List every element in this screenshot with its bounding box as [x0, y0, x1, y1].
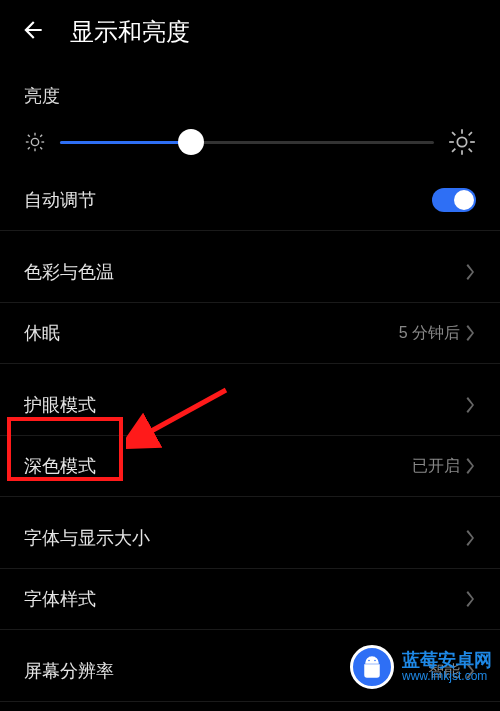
svg-line-4: [40, 147, 42, 149]
back-icon[interactable]: [20, 17, 46, 47]
svg-line-12: [452, 132, 455, 135]
item-label: 字体样式: [24, 587, 96, 611]
item-label: 深色模式: [24, 454, 96, 478]
chevron-right-icon: [466, 325, 476, 341]
chevron-right-icon: [466, 264, 476, 280]
brightness-slider[interactable]: [60, 130, 434, 154]
font-display-size-row[interactable]: 字体与显示大小: [0, 508, 500, 569]
svg-line-7: [28, 147, 30, 149]
item-label: 休眠: [24, 321, 60, 345]
svg-point-20: [374, 660, 376, 662]
dark-mode-row[interactable]: 深色模式 已开启: [0, 436, 500, 496]
brightness-label: 亮度: [0, 66, 500, 114]
sleep-row[interactable]: 休眠 5 分钟后: [0, 303, 500, 363]
auto-brightness-row: 自动调节: [0, 170, 500, 230]
chevron-right-icon: [466, 458, 476, 474]
svg-line-16: [452, 149, 455, 152]
sun-bright-icon: [448, 128, 476, 156]
item-value: 5 分钟后: [399, 323, 460, 344]
auto-brightness-label: 自动调节: [24, 188, 96, 212]
svg-line-17: [469, 132, 472, 135]
auto-brightness-toggle[interactable]: [432, 188, 476, 212]
sun-dim-icon: [24, 131, 46, 153]
brightness-slider-row: [0, 114, 500, 170]
chevron-right-icon: [466, 530, 476, 546]
item-label: 色彩与色温: [24, 260, 114, 284]
color-temperature-row[interactable]: 色彩与色温: [0, 242, 500, 303]
item-label: 护眼模式: [24, 393, 96, 417]
page-title: 显示和亮度: [70, 16, 190, 48]
header: 显示和亮度: [0, 0, 500, 66]
font-style-row[interactable]: 字体样式: [0, 569, 500, 629]
watermark: 蓝莓安卓网 www.lmkjst.com: [350, 645, 492, 689]
item-label: 屏幕分辨率: [24, 659, 114, 683]
watermark-url: www.lmkjst.com: [402, 670, 492, 683]
svg-point-9: [457, 137, 466, 146]
chevron-right-icon: [466, 591, 476, 607]
item-value: 已开启: [412, 456, 460, 477]
svg-point-19: [368, 660, 370, 662]
svg-point-0: [31, 138, 38, 145]
watermark-title: 蓝莓安卓网: [402, 651, 492, 671]
svg-line-13: [469, 149, 472, 152]
svg-line-3: [28, 135, 30, 137]
eye-comfort-row[interactable]: 护眼模式: [0, 375, 500, 436]
chevron-right-icon: [466, 397, 476, 413]
watermark-logo-icon: [350, 645, 394, 689]
svg-line-8: [40, 135, 42, 137]
item-label: 字体与显示大小: [24, 526, 150, 550]
